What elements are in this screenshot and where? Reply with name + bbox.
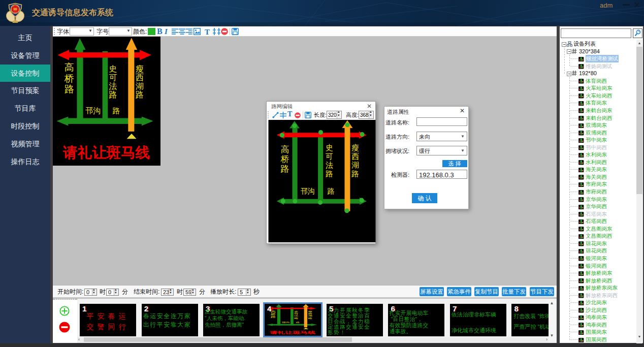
- svg-text:西: 西: [136, 73, 144, 82]
- svg-text:邗沟: 邗沟: [85, 106, 101, 115]
- svg-text:桥: 桥: [270, 313, 276, 316]
- svg-text:西: 西: [351, 152, 359, 161]
- svg-text:请礼让斑马线: 请礼让斑马线: [62, 144, 150, 161]
- svg-text:法: 法: [109, 82, 117, 90]
- svg-text:桥: 桥: [64, 73, 74, 84]
- svg-text:路: 路: [136, 90, 144, 99]
- svg-text:湖: 湖: [308, 315, 312, 317]
- svg-text:路: 路: [271, 316, 276, 318]
- svg-text:高: 高: [271, 310, 276, 312]
- svg-text:湖: 湖: [351, 161, 359, 169]
- svg-text:路: 路: [281, 164, 289, 174]
- svg-text:桥: 桥: [281, 154, 289, 164]
- svg-text:路: 路: [296, 321, 300, 324]
- svg-text:请礼让斑马线: 请礼让斑马线: [270, 330, 316, 334]
- svg-text:路: 路: [328, 187, 335, 195]
- svg-text:瘦: 瘦: [136, 65, 144, 73]
- svg-text:路: 路: [351, 169, 359, 178]
- svg-text:可: 可: [326, 152, 333, 161]
- svg-text:邗沟: 邗沟: [281, 321, 289, 324]
- svg-text:瘦: 瘦: [351, 143, 359, 152]
- svg-text:可: 可: [109, 73, 117, 82]
- svg-text:史: 史: [326, 143, 333, 152]
- svg-text:路: 路: [113, 106, 120, 115]
- svg-text:路: 路: [294, 317, 299, 319]
- svg-text:路: 路: [65, 84, 74, 94]
- svg-text:路: 路: [308, 317, 312, 319]
- svg-text:史: 史: [109, 65, 117, 73]
- svg-text:可: 可: [294, 313, 299, 315]
- svg-text:法: 法: [326, 161, 333, 169]
- svg-text:路: 路: [109, 90, 117, 99]
- svg-text:路: 路: [326, 169, 333, 178]
- svg-text:高: 高: [281, 145, 289, 154]
- svg-text:高: 高: [65, 62, 74, 73]
- svg-text:湖: 湖: [136, 82, 144, 90]
- svg-text:邗沟: 邗沟: [301, 187, 315, 195]
